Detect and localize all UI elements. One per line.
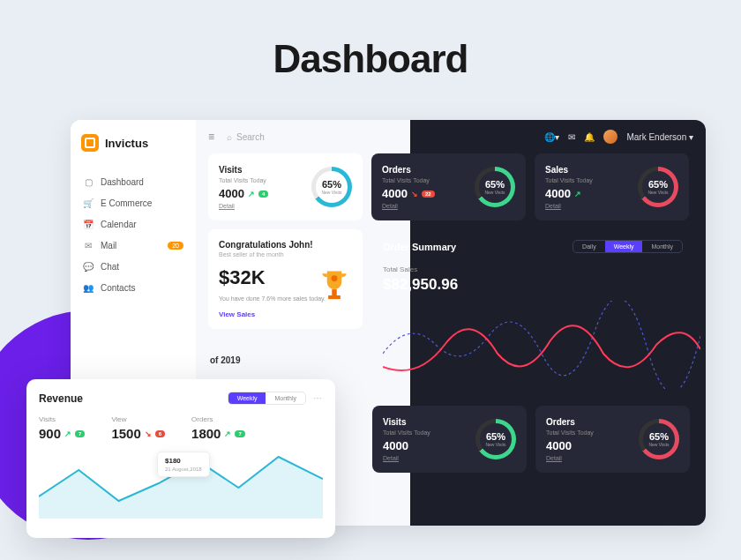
nav-label: Mail bbox=[101, 241, 116, 250]
chat-icon: 💬 bbox=[83, 261, 94, 272]
congrats-card: Congratulations John! Best seller of the… bbox=[208, 229, 363, 329]
monitor-icon: ▢ bbox=[83, 176, 94, 187]
tab-weekly[interactable]: Weekly bbox=[228, 392, 266, 404]
search-placeholder: Search bbox=[236, 132, 265, 142]
card-subtitle: Total Visits Today bbox=[219, 177, 268, 183]
rev-visits: Visits 900↗7 bbox=[39, 415, 85, 441]
rev-views: View 1500↘6 bbox=[111, 415, 165, 441]
nav-label: Dashboard bbox=[101, 177, 144, 187]
progress-ring: 65%New Visits bbox=[475, 419, 516, 459]
year-fragment-text: of 2019 bbox=[210, 355, 240, 365]
summary-subtitle: Total Sales bbox=[383, 265, 683, 273]
trend-up-icon: ↗ bbox=[64, 429, 71, 438]
trend-badge: 6 bbox=[155, 430, 165, 437]
more-menu-icon[interactable]: ⋯ bbox=[313, 393, 323, 403]
stat-label: Orders bbox=[191, 415, 245, 423]
calendar-icon: 📅 bbox=[83, 219, 94, 229]
globe-icon[interactable]: 🌐▾ bbox=[544, 132, 559, 142]
card-title: Visits bbox=[219, 165, 268, 175]
nav-calendar[interactable]: 📅Calendar bbox=[81, 213, 185, 235]
logo[interactable]: Invictus bbox=[81, 134, 185, 152]
card-value: 4000 ↗4 bbox=[219, 187, 268, 200]
revenue-title: Revenue bbox=[39, 392, 83, 405]
stat-value: 1500↘6 bbox=[111, 426, 165, 441]
card-value: 4000 ↘22 bbox=[382, 187, 435, 200]
avatar[interactable] bbox=[603, 130, 618, 144]
mail-icon: ✉ bbox=[83, 240, 94, 250]
tab-weekly[interactable]: Weekly bbox=[605, 241, 643, 252]
topbar: ≡ ⌕ Search 🌐▾ ✉ 🔔 Mark Enderson ▾ bbox=[196, 120, 706, 153]
card-subtitle: Total Visits Today bbox=[546, 429, 594, 436]
nav-mail[interactable]: ✉Mail20 bbox=[81, 235, 185, 256]
card-value: 4000 ↗ bbox=[545, 187, 593, 200]
progress-ring: 65%New Visits bbox=[638, 167, 678, 207]
logo-icon bbox=[81, 134, 99, 152]
stat-value: 1800↗7 bbox=[191, 426, 245, 441]
trend-up-icon: ↗ bbox=[574, 190, 581, 198]
stat-cards-row: Visits Total Visits Today 4000 ↗4 Detail… bbox=[196, 153, 706, 220]
card-title: Orders bbox=[382, 165, 435, 175]
stat-label: View bbox=[111, 415, 165, 423]
summary-title: Order Summary bbox=[383, 242, 456, 252]
trend-badge: 7 bbox=[75, 430, 85, 437]
menu-toggle-icon[interactable]: ≡ bbox=[208, 131, 214, 143]
card-title: Visits bbox=[383, 417, 430, 427]
card-subtitle: Total Visits Today bbox=[383, 429, 430, 436]
nav-label: E Commerce bbox=[101, 198, 152, 208]
stat-value: 900↗7 bbox=[39, 426, 85, 441]
progress-ring: 65%New Visits bbox=[639, 419, 679, 459]
sales-card[interactable]: Sales Total Visits Today 4000 ↗ Detail 6… bbox=[535, 153, 689, 220]
summary-chart bbox=[383, 301, 700, 389]
detail-link[interactable]: Detail bbox=[545, 203, 593, 209]
search-icon: ⌕ bbox=[227, 132, 232, 142]
tooltip-date: 21 August,2018 bbox=[165, 467, 202, 472]
card-title: Orders bbox=[546, 417, 594, 427]
trend-badge: 4 bbox=[258, 190, 268, 198]
card-value: 4000 bbox=[546, 439, 594, 452]
logo-text: Invictus bbox=[105, 137, 148, 150]
trend-badge: 7 bbox=[235, 430, 244, 437]
topbar-right: 🌐▾ ✉ 🔔 Mark Enderson ▾ bbox=[544, 130, 693, 144]
card-value: 4000 bbox=[383, 439, 430, 452]
tab-monthly[interactable]: Monthly bbox=[266, 392, 305, 404]
detail-link[interactable]: Detail bbox=[383, 455, 430, 461]
trend-up-icon: ↗ bbox=[248, 190, 255, 198]
card-title: Sales bbox=[545, 165, 593, 175]
detail-link[interactable]: Detail bbox=[382, 203, 435, 209]
detail-link[interactable]: Detail bbox=[546, 455, 594, 461]
user-name[interactable]: Mark Enderson ▾ bbox=[626, 132, 693, 142]
tooltip-value: $180 bbox=[165, 457, 202, 465]
congrats-title: Congratulations John! bbox=[219, 240, 352, 250]
bell-icon[interactable]: 🔔 bbox=[584, 132, 595, 142]
trend-up-icon: ↗ bbox=[224, 429, 231, 438]
nav-contacts[interactable]: 👥Contacts bbox=[81, 277, 185, 298]
stat-label: Visits bbox=[39, 415, 85, 423]
nav-chat[interactable]: 💬Chat bbox=[81, 256, 185, 277]
nav-label: Contacts bbox=[101, 283, 135, 293]
nav-ecommerce[interactable]: 🛒E Commerce bbox=[81, 192, 185, 213]
orders-card-2[interactable]: Orders Total Visits Today 4000 Detail 65… bbox=[535, 406, 690, 473]
card-subtitle: Total Visits Today bbox=[382, 177, 435, 183]
hero-title: Dashboard bbox=[0, 37, 741, 81]
summary-tabs: Daily Weekly Monthly bbox=[573, 240, 683, 253]
visits-card-2[interactable]: Visits Total Visits Today 4000 Detail 65… bbox=[372, 406, 527, 473]
bottom-cards-row: Visits Total Visits Today 4000 Detail 65… bbox=[372, 406, 693, 473]
tab-monthly[interactable]: Monthly bbox=[642, 241, 682, 252]
trophy-icon bbox=[315, 266, 354, 305]
search-input[interactable]: ⌕ Search bbox=[227, 132, 265, 142]
card-subtitle: Total Visits Today bbox=[545, 177, 593, 183]
orders-card[interactable]: Orders Total Visits Today 4000 ↘22 Detai… bbox=[371, 153, 526, 220]
revenue-tabs: Weekly Monthly bbox=[228, 392, 306, 405]
detail-link[interactable]: Detail bbox=[219, 203, 268, 209]
congrats-subtitle: Best seller of the month bbox=[219, 251, 352, 258]
view-sales-link[interactable]: View Sales bbox=[219, 310, 352, 318]
order-summary-card: Order Summary Daily Weekly Monthly Total… bbox=[372, 229, 693, 397]
nav-label: Chat bbox=[101, 262, 119, 272]
svg-point-0 bbox=[332, 275, 338, 281]
trend-badge: 22 bbox=[422, 190, 435, 198]
mail-badge: 20 bbox=[168, 242, 183, 250]
inbox-icon[interactable]: ✉ bbox=[568, 132, 575, 142]
nav-dashboard[interactable]: ▢Dashboard bbox=[81, 171, 185, 192]
visits-card[interactable]: Visits Total Visits Today 4000 ↗4 Detail… bbox=[208, 153, 363, 220]
tab-daily[interactable]: Daily bbox=[573, 241, 605, 252]
